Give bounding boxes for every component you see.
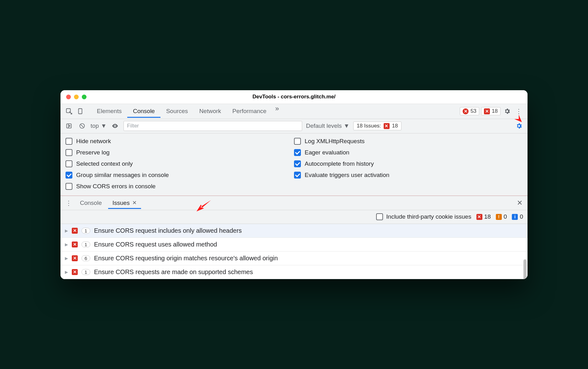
- message-error-icon: ✕: [72, 269, 78, 275]
- annotation-arrow-icon: [195, 198, 213, 213]
- window-title: DevTools - cors-errors.glitch.me/: [60, 94, 528, 100]
- expand-triangle-icon[interactable]: ▶: [65, 270, 68, 274]
- chevron-down-icon: ▼: [344, 122, 349, 129]
- tab-network[interactable]: Network: [194, 105, 227, 118]
- live-expression-icon[interactable]: [110, 121, 120, 131]
- chevron-down-icon: ▼: [101, 122, 107, 129]
- issues-label: 18 Issues:: [357, 123, 381, 129]
- error-icon: ✕: [463, 108, 469, 114]
- close-tab-icon[interactable]: ✕: [132, 200, 137, 206]
- message-error-icon: ✕: [72, 242, 78, 247]
- checkbox[interactable]: [294, 160, 301, 167]
- checkbox[interactable]: [66, 138, 72, 145]
- close-window-button[interactable]: [66, 95, 71, 99]
- issue-row[interactable]: ▶ ✕ 1 Ensure CORS requests are made on s…: [60, 265, 528, 279]
- error-count-badge[interactable]: ✕ 53: [460, 107, 479, 115]
- issue-row[interactable]: ▶ ✕ 6 Ensure CORS requesting origin matc…: [60, 252, 528, 265]
- issue-row[interactable]: ▶ ✕ 1 Ensure CORS request includes only …: [60, 224, 528, 238]
- devtools-window: DevTools - cors-errors.glitch.me/ Elemen…: [60, 90, 528, 279]
- annotation-arrow-icon: [508, 108, 523, 123]
- tab-console[interactable]: Console: [127, 105, 160, 118]
- warning-icon: !: [496, 214, 502, 220]
- opt-show-cors[interactable]: Show CORS errors in console: [66, 183, 294, 190]
- message-error-icon: ✕: [72, 255, 78, 261]
- issue-count: 1: [81, 242, 90, 247]
- context-label: top: [91, 122, 99, 129]
- issue-title: Ensure CORS request uses allowed method: [94, 241, 217, 248]
- issue-count: 6: [81, 255, 90, 261]
- issue-title: Ensure CORS requesting origin matches re…: [94, 255, 278, 262]
- error-count: 53: [470, 108, 476, 114]
- issues-list: ▶ ✕ 1 Ensure CORS request includes only …: [60, 224, 528, 279]
- checkbox[interactable]: [294, 149, 301, 156]
- opt-preserve-log[interactable]: Preserve log: [66, 149, 294, 156]
- checkbox[interactable]: [66, 172, 72, 179]
- drawer-kebab-icon[interactable]: ⋮: [64, 199, 74, 207]
- svg-rect-1: [79, 109, 82, 114]
- window-controls: [60, 95, 87, 99]
- drawer-tab-console[interactable]: Console: [76, 197, 106, 209]
- scrollbar[interactable]: [523, 259, 527, 279]
- opt-log-xhr[interactable]: Log XMLHttpRequests: [294, 138, 522, 145]
- issues-warning-count[interactable]: ! 0: [496, 213, 507, 220]
- issue-title: Ensure CORS request includes only allowe…: [94, 227, 242, 234]
- opt-group-similar[interactable]: Group similar messages in console: [66, 172, 294, 179]
- more-tabs-icon[interactable]: »: [272, 105, 282, 118]
- issues-count: 18: [392, 123, 398, 129]
- drawer-tabs: ⋮ Console Issues ✕ ✕: [60, 196, 528, 210]
- issue-title: Ensure CORS requests are made on support…: [94, 268, 253, 276]
- message-error-icon: ✕: [484, 108, 490, 114]
- maximize-window-button[interactable]: [82, 95, 87, 99]
- main-toolbar: Elements Console Sources Network Perform…: [60, 104, 528, 119]
- context-selector[interactable]: top ▼: [91, 122, 107, 129]
- expand-triangle-icon[interactable]: ▶: [65, 256, 68, 261]
- issue-count: 1: [81, 228, 90, 234]
- console-toolbar: top ▼ Default levels ▼ 18 Issues: ✕ 18: [60, 119, 528, 133]
- issues-toolbar: Include third-party cookie issues ✕ 18 !…: [60, 210, 528, 224]
- checkbox[interactable]: [376, 213, 383, 220]
- issues-counter[interactable]: 18 Issues: ✕ 18: [353, 122, 401, 130]
- console-settings-panel: Hide network Log XMLHttpRequests Preserv…: [60, 133, 528, 196]
- message-error-icon: ✕: [72, 228, 78, 234]
- tab-elements[interactable]: Elements: [91, 105, 127, 118]
- tab-performance[interactable]: Performance: [227, 105, 272, 118]
- opt-selected-context[interactable]: Selected context only: [66, 160, 294, 167]
- drawer-close-icon[interactable]: ✕: [517, 199, 524, 207]
- clear-console-icon[interactable]: [77, 121, 87, 131]
- opt-hide-network[interactable]: Hide network: [66, 138, 294, 145]
- expand-triangle-icon[interactable]: ▶: [65, 228, 68, 233]
- checkbox[interactable]: [294, 172, 301, 179]
- expand-triangle-icon[interactable]: ▶: [65, 242, 68, 247]
- checkbox[interactable]: [294, 138, 301, 145]
- toggle-sidebar-icon[interactable]: [64, 121, 74, 131]
- levels-label: Default levels: [306, 122, 342, 129]
- opt-autocomplete[interactable]: Autocomplete from history: [294, 160, 522, 167]
- tab-sources[interactable]: Sources: [160, 105, 194, 118]
- info-icon: i: [512, 214, 518, 220]
- svg-point-4: [114, 125, 116, 127]
- message-error-icon: ✕: [476, 214, 482, 220]
- issue-row[interactable]: ▶ ✕ 1 Ensure CORS request uses allowed m…: [60, 238, 528, 252]
- checkbox[interactable]: [66, 149, 72, 156]
- opt-eager-eval[interactable]: Eager evaluation: [294, 149, 522, 156]
- inspect-element-icon[interactable]: [64, 107, 74, 116]
- minimize-window-button[interactable]: [74, 95, 79, 99]
- log-levels-selector[interactable]: Default levels ▼: [306, 122, 349, 129]
- opt-third-party[interactable]: Include third-party cookie issues: [376, 213, 471, 220]
- message-count-badge[interactable]: ✕ 18: [481, 107, 501, 115]
- device-toggle-icon[interactable]: [76, 107, 85, 116]
- issue-count: 1: [81, 269, 90, 275]
- drawer-tab-issues[interactable]: Issues ✕: [108, 197, 141, 209]
- filter-input[interactable]: [123, 121, 302, 131]
- checkbox[interactable]: [66, 160, 72, 167]
- message-count: 18: [492, 108, 498, 114]
- issues-error-count[interactable]: ✕ 18: [476, 213, 491, 220]
- message-error-icon: ✕: [384, 123, 390, 129]
- titlebar: DevTools - cors-errors.glitch.me/: [60, 90, 528, 104]
- issues-info-count[interactable]: i 0: [512, 213, 523, 220]
- opt-user-activation[interactable]: Evaluate triggers user activation: [294, 172, 522, 179]
- panel-tabs: Elements Console Sources Network Perform…: [91, 105, 282, 118]
- checkbox[interactable]: [66, 183, 72, 190]
